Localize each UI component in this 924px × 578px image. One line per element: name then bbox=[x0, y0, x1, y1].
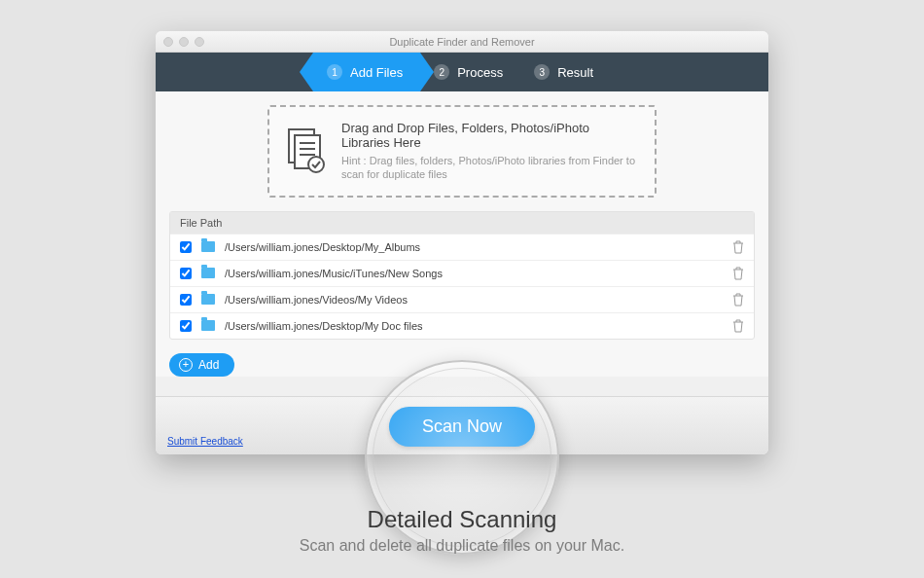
documents-icon bbox=[285, 127, 328, 174]
list-item: /Users/william.jones/Desktop/My_Albums bbox=[170, 234, 754, 260]
step-label: Result bbox=[557, 65, 593, 80]
marketing-caption: Detailed Scanning Scan and delete all du… bbox=[0, 506, 924, 555]
footer-bar: Submit Feedback Scan Now bbox=[156, 396, 768, 454]
row-checkbox[interactable] bbox=[180, 241, 192, 253]
dropzone-hint: Hint : Drag files, folders, Photos/iPhot… bbox=[341, 154, 639, 182]
list-item: /Users/william.jones/Desktop/My Doc file… bbox=[170, 312, 754, 339]
step-number: 3 bbox=[534, 64, 550, 80]
step-bar: 1 Add Files 2 Process 3 Result bbox=[156, 53, 768, 91]
list-header: File Path bbox=[170, 212, 754, 234]
delete-row-button[interactable] bbox=[732, 293, 744, 307]
list-item: /Users/william.jones/Videos/My Videos bbox=[170, 286, 754, 312]
step-add-files[interactable]: 1 Add Files bbox=[313, 53, 420, 91]
step-label: Process bbox=[457, 65, 503, 80]
folder-icon bbox=[201, 294, 215, 305]
add-button[interactable]: + Add bbox=[169, 353, 234, 377]
step-number: 1 bbox=[327, 64, 342, 80]
delete-row-button[interactable] bbox=[732, 319, 744, 333]
delete-row-button[interactable] bbox=[732, 240, 744, 254]
folder-icon bbox=[201, 320, 215, 331]
step-result[interactable]: 3 Result bbox=[520, 53, 611, 91]
svg-point-5 bbox=[308, 157, 324, 172]
row-checkbox[interactable] bbox=[180, 320, 192, 332]
folder-icon bbox=[201, 241, 215, 252]
app-window: Duplicate Finder and Remover 1 Add Files… bbox=[156, 31, 768, 454]
window-title: Duplicate Finder and Remover bbox=[156, 36, 768, 48]
submit-feedback-link[interactable]: Submit Feedback bbox=[167, 436, 243, 447]
row-checkbox[interactable] bbox=[180, 268, 192, 279]
drop-zone[interactable]: Drag and Drop Files, Folders, Photos/iPh… bbox=[267, 105, 657, 198]
row-checkbox[interactable] bbox=[180, 294, 192, 306]
step-number: 2 bbox=[434, 64, 449, 80]
step-process[interactable]: 2 Process bbox=[420, 53, 520, 91]
dropzone-title: Drag and Drop Files, Folders, Photos/iPh… bbox=[341, 121, 639, 150]
file-path: /Users/william.jones/Music/iTunes/New So… bbox=[225, 268, 732, 279]
add-button-label: Add bbox=[198, 358, 219, 372]
caption-title: Detailed Scanning bbox=[0, 506, 924, 533]
content-area: Drag and Drop Files, Folders, Photos/iPh… bbox=[156, 91, 768, 377]
titlebar: Duplicate Finder and Remover bbox=[156, 31, 768, 53]
plus-icon: + bbox=[179, 358, 193, 372]
file-list: File Path /Users/william.jones/Desktop/M… bbox=[169, 211, 755, 340]
file-path: /Users/william.jones/Desktop/My Doc file… bbox=[225, 320, 732, 332]
file-path: /Users/william.jones/Desktop/My_Albums bbox=[225, 241, 732, 253]
list-item: /Users/william.jones/Music/iTunes/New So… bbox=[170, 260, 754, 286]
folder-icon bbox=[201, 268, 215, 278]
scan-now-button[interactable]: Scan Now bbox=[389, 407, 535, 447]
file-path: /Users/william.jones/Videos/My Videos bbox=[225, 294, 732, 306]
delete-row-button[interactable] bbox=[732, 267, 744, 280]
step-label: Add Files bbox=[350, 65, 403, 80]
caption-subtitle: Scan and delete all duplicate files on y… bbox=[0, 537, 924, 555]
